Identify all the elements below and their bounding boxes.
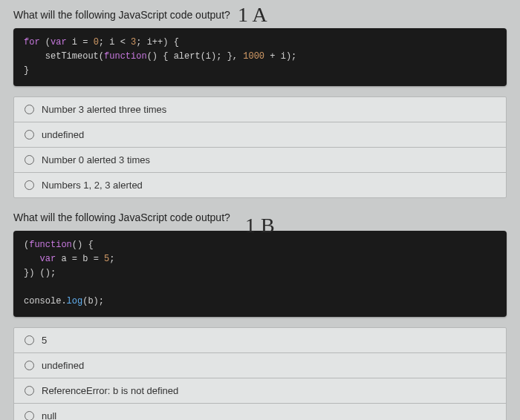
code-token: } <box>24 65 29 76</box>
radio-icon <box>25 130 34 140</box>
code-token: ; <box>109 254 114 264</box>
code-token: + i); <box>264 51 296 62</box>
code-token: 1000 <box>243 51 264 62</box>
option-row[interactable]: Number 0 alerted 3 times <box>14 148 506 173</box>
option-label: ReferenceError: b is not defined <box>42 385 178 396</box>
code-token: ( <box>40 37 51 47</box>
option-row[interactable]: undefined <box>14 122 506 148</box>
code-token: () { alert(i); }, <box>147 51 244 62</box>
option-label: undefined <box>42 129 84 140</box>
option-label: Number 0 alerted 3 times <box>42 154 150 165</box>
code-token: log <box>67 296 83 306</box>
code-token: ; i < <box>99 37 131 47</box>
code-token: 0 <box>94 37 99 47</box>
radio-icon <box>25 155 34 165</box>
radio-icon <box>25 386 34 396</box>
code-token: for <box>24 37 40 47</box>
option-label: 5 <box>42 335 47 346</box>
option-row[interactable]: null <box>14 404 506 421</box>
code-token: () { <box>72 240 94 250</box>
code-token: (b); <box>82 296 104 306</box>
code-token: }) (); <box>24 268 56 278</box>
radio-icon <box>25 105 34 114</box>
code-token: function <box>29 240 72 250</box>
code-block-2: (function() { var a = b = 5; }) (); cons… <box>13 231 507 317</box>
option-row[interactable]: ReferenceError: b is not defined <box>14 378 506 404</box>
code-token: var <box>51 37 67 47</box>
option-label: Numbers 1, 2, 3 alerted <box>42 180 143 191</box>
code-token: console. <box>24 296 67 306</box>
option-row[interactable]: 5 <box>14 328 506 353</box>
question-2-prompt: What will the following JavaScript code … <box>13 211 507 223</box>
option-row[interactable]: Numbers 1, 2, 3 alerted <box>14 173 506 197</box>
option-label: null <box>42 410 56 421</box>
code-token: setTimeout( <box>24 51 104 62</box>
option-label: undefined <box>42 360 84 371</box>
code-token: a = b = <box>56 254 104 264</box>
question-1-prompt: What will the following JavaScript code … <box>13 9 507 21</box>
code-token <box>24 254 40 264</box>
code-token: i = <box>67 37 94 47</box>
radio-icon <box>25 411 34 421</box>
option-row[interactable]: undefined <box>14 353 506 378</box>
option-label: Number 3 alerted three times <box>42 104 166 115</box>
question-1-options: Number 3 alerted three times undefined N… <box>13 96 507 198</box>
code-token: var <box>40 254 56 264</box>
radio-icon <box>25 361 34 370</box>
option-row[interactable]: Number 3 alerted three times <box>14 97 506 122</box>
code-token: function <box>104 51 147 62</box>
radio-icon <box>25 335 34 345</box>
code-block-1: for (var i = 0; i < 3; i++) { setTimeout… <box>13 28 507 86</box>
radio-icon <box>25 180 34 190</box>
question-2-options: 5 undefined ReferenceError: b is not def… <box>13 327 507 421</box>
code-token: ; i++) { <box>136 37 179 47</box>
